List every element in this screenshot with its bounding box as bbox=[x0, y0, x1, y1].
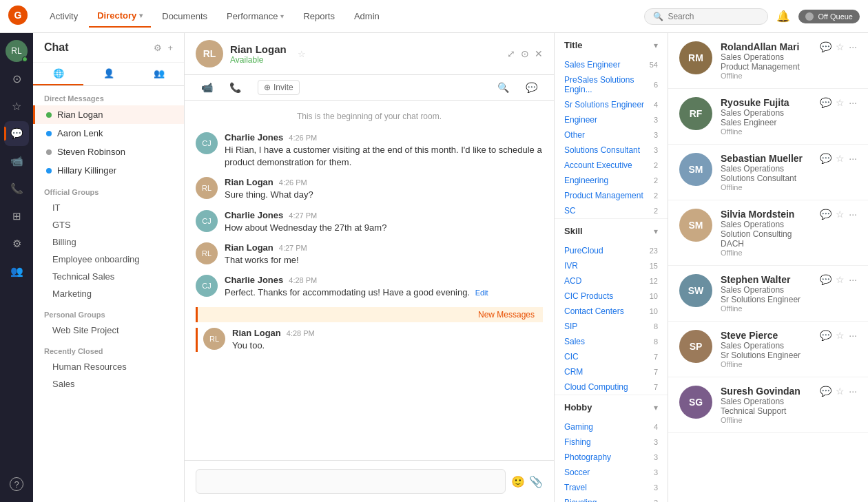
filter-item[interactable]: Fishing3 bbox=[555, 435, 668, 450]
chat-input[interactable] bbox=[196, 469, 506, 494]
filter-item[interactable]: Account Executive2 bbox=[555, 158, 668, 173]
filter-item[interactable]: Cloud Computing7 bbox=[555, 379, 668, 395]
chat-person-icon[interactable]: 💬 bbox=[820, 153, 831, 164]
expand-icon[interactable]: ⤢ bbox=[507, 48, 515, 59]
add-icon[interactable]: + bbox=[167, 43, 173, 53]
nav-item-performance[interactable]: Performance ▾ bbox=[218, 6, 292, 27]
sidebar-item-employee-onboarding[interactable]: Employee onboarding bbox=[33, 251, 184, 268]
nav-item-documents[interactable]: Documents bbox=[154, 6, 216, 27]
sidebar-item-human-resources[interactable]: Human Resources bbox=[33, 358, 184, 375]
star-icon[interactable]: ☆ bbox=[836, 386, 845, 397]
sidebar-item-it[interactable]: IT bbox=[33, 199, 184, 216]
star-icon[interactable]: ☆ bbox=[836, 330, 845, 341]
filter-header-hobby[interactable]: Hobby ▾ bbox=[555, 395, 668, 419]
icon-bar-inbox[interactable]: ⊞ bbox=[4, 204, 29, 229]
filter-item[interactable]: Gaming4 bbox=[555, 419, 668, 435]
icon-bar-chat[interactable]: 💬 bbox=[4, 121, 29, 146]
filter-item[interactable]: SC2 bbox=[555, 203, 668, 218]
chat-person-icon[interactable]: 💬 bbox=[820, 209, 831, 220]
chat-person-icon[interactable]: 💬 bbox=[820, 330, 831, 341]
emoji-icon[interactable]: 🙂 bbox=[511, 475, 525, 488]
filter-item[interactable]: PreSales Solutions Engin...6 bbox=[555, 72, 668, 97]
filter-header-skill[interactable]: Skill ▾ bbox=[555, 219, 668, 243]
filter-item[interactable]: Solutions Consultant3 bbox=[555, 143, 668, 158]
filter-item[interactable]: ACD12 bbox=[555, 273, 668, 289]
popout-icon[interactable]: ⊙ bbox=[521, 48, 529, 59]
filter-item[interactable]: CIC Products10 bbox=[555, 289, 668, 304]
icon-bar-people[interactable]: 👥 bbox=[4, 259, 29, 284]
video-call-button[interactable]: 📹 bbox=[196, 79, 218, 96]
star-icon[interactable]: ☆ bbox=[836, 209, 845, 220]
sidebar-item-steven-robinson[interactable]: Steven Robinson bbox=[33, 143, 184, 161]
more-options-icon[interactable]: ··· bbox=[849, 274, 857, 285]
more-options-icon[interactable]: ··· bbox=[849, 386, 857, 397]
filter-item[interactable]: Engineer3 bbox=[555, 112, 668, 127]
sidebar-item-billing[interactable]: Billing bbox=[33, 233, 184, 251]
search-chat-button[interactable]: 🔍 bbox=[492, 79, 515, 96]
logo[interactable]: G bbox=[8, 6, 30, 28]
more-options-button[interactable]: 💬 bbox=[520, 79, 543, 96]
sidebar-item-gts[interactable]: GTS bbox=[33, 216, 184, 233]
settings-icon[interactable]: ⚙ bbox=[154, 43, 162, 53]
more-options-icon[interactable]: ··· bbox=[849, 153, 857, 164]
filter-header-title[interactable]: Title ▾ bbox=[555, 33, 668, 57]
search-input[interactable] bbox=[668, 12, 759, 21]
more-icon[interactable]: ✕ bbox=[535, 48, 543, 59]
filter-item[interactable]: IVR15 bbox=[555, 258, 668, 273]
filter-item[interactable]: Product Management2 bbox=[555, 188, 668, 203]
sidebar-item-technical-sales[interactable]: Technical Sales bbox=[33, 268, 184, 285]
icon-bar-settings[interactable]: ⚙ bbox=[4, 231, 29, 256]
status-toggle[interactable]: Off Queue bbox=[798, 10, 860, 23]
sidebar-item-web-site-project[interactable]: Web Site Project bbox=[33, 322, 184, 339]
filter-item[interactable]: Other3 bbox=[555, 127, 668, 143]
sidebar-item-marketing[interactable]: Marketing bbox=[33, 285, 184, 302]
filter-item[interactable]: Sales8 bbox=[555, 334, 668, 349]
star-icon[interactable]: ☆ bbox=[836, 41, 845, 52]
filter-item[interactable]: CIC7 bbox=[555, 349, 668, 364]
filter-item[interactable]: CRM7 bbox=[555, 364, 668, 379]
filter-item[interactable]: Bicycling2 bbox=[555, 495, 668, 502]
icon-bar-help[interactable]: ? bbox=[4, 472, 29, 496]
edit-message-link[interactable]: Edit bbox=[475, 289, 488, 297]
icon-bar-phone[interactable]: 📞 bbox=[4, 176, 29, 201]
phone-call-button[interactable]: 📞 bbox=[224, 79, 247, 96]
chat-person-icon[interactable]: 💬 bbox=[820, 386, 831, 397]
attachment-icon[interactable]: 📎 bbox=[529, 475, 543, 488]
filter-item[interactable]: Soccer3 bbox=[555, 465, 668, 480]
icon-bar-home[interactable]: ⊙ bbox=[4, 66, 29, 91]
search-box[interactable]: 🔍 bbox=[644, 8, 768, 25]
filter-item[interactable]: Sr Solutions Engineer4 bbox=[555, 97, 668, 112]
star-favorite-icon[interactable]: ☆ bbox=[298, 49, 306, 59]
filter-item[interactable]: Photography3 bbox=[555, 450, 668, 465]
filter-item[interactable]: Engineering2 bbox=[555, 173, 668, 188]
more-options-icon[interactable]: ··· bbox=[849, 330, 857, 341]
bell-icon[interactable]: 🔔 bbox=[776, 10, 790, 23]
filter-item[interactable]: Contact Centers10 bbox=[555, 304, 668, 319]
more-options-icon[interactable]: ··· bbox=[849, 41, 857, 52]
sidebar-item-hillary-killinger[interactable]: Hillary Killinger bbox=[33, 161, 184, 180]
nav-item-directory[interactable]: Directory ▾ bbox=[89, 5, 151, 28]
chat-person-icon[interactable]: 💬 bbox=[820, 41, 831, 52]
invite-button[interactable]: ⊕ Invite bbox=[258, 80, 300, 95]
icon-bar-video[interactable]: 📹 bbox=[4, 149, 29, 174]
more-options-icon[interactable]: ··· bbox=[849, 209, 857, 220]
nav-item-activity[interactable]: Activity bbox=[41, 6, 86, 27]
star-icon[interactable]: ☆ bbox=[836, 274, 845, 285]
filter-item[interactable]: PureCloud23 bbox=[555, 243, 668, 258]
filter-item[interactable]: Travel3 bbox=[555, 480, 668, 495]
nav-item-reports[interactable]: Reports bbox=[295, 6, 343, 27]
star-icon[interactable]: ☆ bbox=[836, 153, 845, 164]
chat-person-icon[interactable]: 💬 bbox=[820, 274, 831, 285]
tab-person[interactable]: 👤 bbox=[83, 63, 134, 85]
tab-people[interactable]: 👥 bbox=[134, 63, 184, 85]
sidebar-item-sales[interactable]: Sales bbox=[33, 375, 184, 393]
sidebar-item-aaron-lenk[interactable]: Aaron Lenk bbox=[33, 124, 184, 143]
icon-bar-star[interactable]: ☆ bbox=[4, 94, 29, 118]
filter-item[interactable]: SIP8 bbox=[555, 319, 668, 334]
star-icon[interactable]: ☆ bbox=[836, 97, 845, 108]
more-options-icon[interactable]: ··· bbox=[849, 97, 857, 108]
icon-bar-avatar-item[interactable]: RL bbox=[4, 39, 29, 63]
sidebar-item-rian-logan[interactable]: Rian Logan bbox=[33, 105, 184, 124]
chat-person-icon[interactable]: 💬 bbox=[820, 97, 831, 108]
filter-item[interactable]: Sales Engineer54 bbox=[555, 57, 668, 72]
